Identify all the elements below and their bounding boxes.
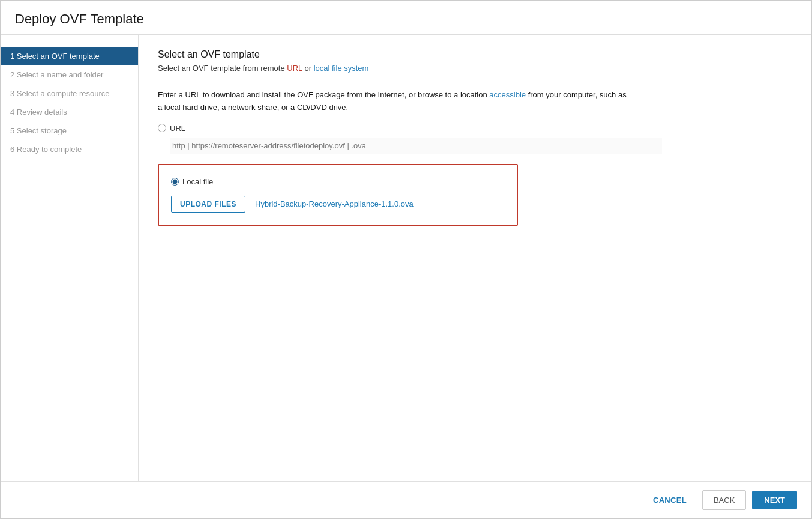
sidebar-item-step5: 5 Select storage	[1, 121, 138, 140]
url-radio-label[interactable]: URL	[158, 124, 792, 133]
sidebar-item-step3: 3 Select a compute resource	[1, 84, 138, 103]
back-button[interactable]: BACK	[702, 490, 746, 510]
sidebar: 1 Select an OVF template 2 Select a name…	[1, 35, 139, 481]
url-input[interactable]	[170, 138, 662, 154]
upload-files-button[interactable]: UPLOAD FILES	[171, 196, 245, 213]
description-text: Enter a URL to download and install the …	[158, 89, 698, 114]
section-title: Select an OVF template	[158, 49, 792, 60]
section-subtitle: Select an OVF template from remote URL o…	[158, 64, 792, 79]
local-file-radio-label[interactable]: Local file	[171, 177, 505, 186]
sidebar-item-step2: 2 Select a name and folder	[1, 65, 138, 84]
sidebar-item-step4: 4 Review details	[1, 103, 138, 121]
uploaded-file-name: Hybrid-Backup-Recovery-Appliance-1.1.0.o…	[255, 199, 414, 208]
dialog-title: Deploy OVF Template	[15, 11, 797, 27]
url-radio-input[interactable]	[158, 124, 166, 132]
sidebar-item-step1[interactable]: 1 Select an OVF template	[1, 47, 138, 65]
upload-row: UPLOAD FILES Hybrid-Backup-Recovery-Appl…	[171, 196, 505, 213]
next-button[interactable]: NEXT	[752, 491, 797, 509]
url-radio-group: URL	[158, 124, 792, 154]
cancel-button[interactable]: CANCEL	[643, 491, 696, 509]
dialog-body: 1 Select an OVF template 2 Select a name…	[1, 35, 811, 481]
dialog-header: Deploy OVF Template	[1, 1, 811, 35]
local-file-box: Local file UPLOAD FILES Hybrid-Backup-Re…	[158, 164, 518, 226]
local-file-radio-input[interactable]	[171, 178, 179, 186]
dialog-footer: CANCEL BACK NEXT	[1, 481, 811, 518]
main-content: Select an OVF template Select an OVF tem…	[139, 35, 811, 481]
deploy-ovf-dialog: Deploy OVF Template 1 Select an OVF temp…	[0, 0, 812, 519]
sidebar-item-step6: 6 Ready to complete	[1, 140, 138, 159]
